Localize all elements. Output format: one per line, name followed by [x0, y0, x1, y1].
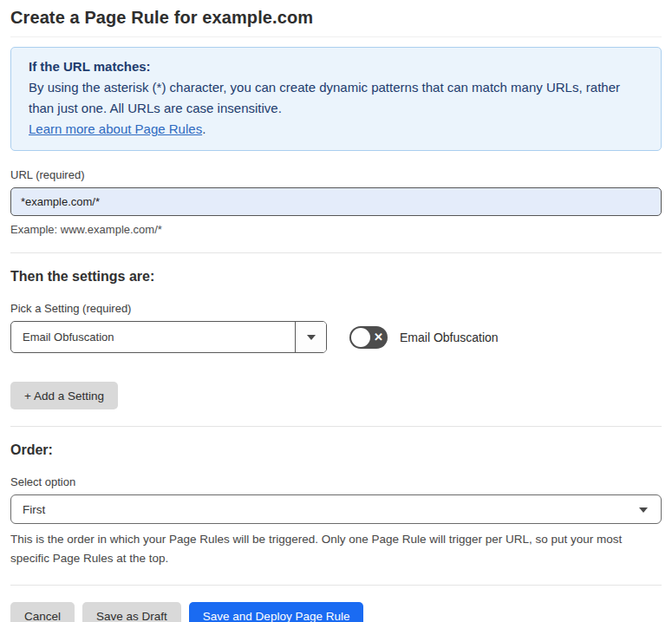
order-section-heading: Order:	[10, 442, 662, 458]
order-dropdown-value: First	[23, 503, 45, 516]
toggle-label: Email Obfuscation	[400, 331, 499, 344]
learn-more-link[interactable]: Learn more about Page Rules	[29, 121, 202, 136]
chevron-down-icon	[307, 335, 316, 340]
toggle-knob	[351, 328, 370, 347]
cancel-button[interactable]: Cancel	[10, 602, 75, 622]
setting-dropdown-value: Email Obfuscation	[11, 322, 295, 352]
setting-row: Email Obfuscation ✕ Email Obfuscation	[10, 321, 662, 353]
info-box-link-line: Learn more about Page Rules.	[29, 119, 643, 140]
order-dropdown[interactable]: First	[10, 494, 662, 524]
page-header: Create a Page Rule for example.com	[10, 0, 662, 37]
url-example-hint: Example: www.example.com/*	[10, 223, 662, 236]
create-page-rule-form: Create a Page Rule for example.com If th…	[0, 0, 672, 622]
divider	[10, 252, 662, 253]
settings-section-heading: Then the settings are:	[10, 269, 662, 285]
order-help-text: This is the order in which your Page Rul…	[10, 530, 662, 568]
order-select-label: Select option	[10, 475, 662, 488]
link-suffix: .	[202, 121, 206, 136]
toggle-off-x-icon: ✕	[374, 331, 383, 343]
chevron-down-icon	[639, 507, 648, 513]
url-match-info-box: If the URL matches: By using the asteris…	[10, 47, 662, 151]
info-box-body: By using the asterisk (*) character, you…	[29, 77, 643, 119]
url-input[interactable]	[10, 187, 662, 216]
divider	[10, 585, 662, 586]
url-label: URL (required)	[10, 168, 662, 181]
divider	[10, 426, 662, 427]
pick-setting-label: Pick a Setting (required)	[10, 302, 662, 315]
setting-dropdown-arrow-button[interactable]	[295, 322, 326, 352]
info-box-heading: If the URL matches:	[29, 56, 643, 77]
add-setting-button[interactable]: + Add a Setting	[10, 382, 118, 409]
setting-dropdown[interactable]: Email Obfuscation	[10, 321, 327, 353]
save-and-deploy-button[interactable]: Save and Deploy Page Rule	[189, 602, 364, 622]
page-title: Create a Page Rule for example.com	[10, 8, 662, 28]
email-obfuscation-toggle[interactable]: ✕	[349, 326, 388, 349]
save-as-draft-button[interactable]: Save as Draft	[82, 602, 181, 622]
footer-actions: Cancel Save as Draft Save and Deploy Pag…	[10, 602, 662, 622]
